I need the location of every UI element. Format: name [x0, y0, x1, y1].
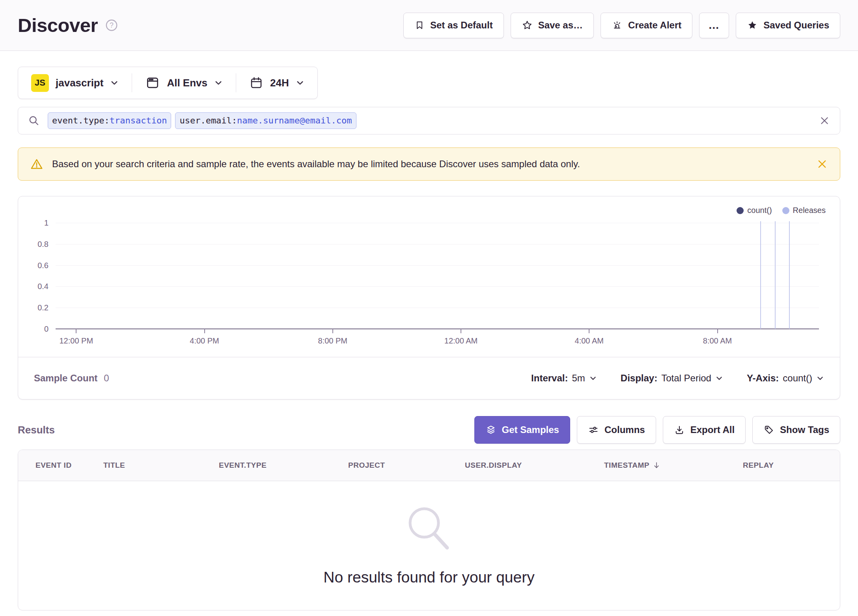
- environment-filter-label: All Envs: [167, 77, 207, 89]
- header-actions: Set as Default Save as… Create Alert … S…: [403, 13, 840, 38]
- calendar-icon: [249, 76, 263, 90]
- chevron-down-icon: [110, 78, 119, 87]
- stack-icon: [485, 424, 496, 435]
- svg-text:?: ?: [110, 21, 114, 29]
- column-header-event-id[interactable]: EVENT ID: [35, 461, 103, 470]
- dismiss-banner-icon[interactable]: [816, 158, 828, 170]
- column-header-project[interactable]: PROJECT: [348, 461, 465, 470]
- help-icon[interactable]: ?: [105, 19, 118, 32]
- events-chart: count() Releases 1 0.8 0.6 0.4 0.2 0: [18, 196, 840, 357]
- y-axis-dropdown[interactable]: Y-Axis: count(): [747, 373, 824, 384]
- empty-search-icon: [406, 506, 452, 552]
- date-range-filter-label: 24H: [270, 77, 289, 89]
- save-as-label: Save as…: [538, 20, 583, 31]
- export-all-label: Export All: [690, 424, 735, 435]
- search-token-value: transaction: [110, 116, 167, 125]
- display-label: Display:: [621, 373, 657, 384]
- display-value: Total Period: [661, 373, 711, 384]
- x-axis-tick-label: 4:00 AM: [575, 336, 604, 345]
- column-header-replay[interactable]: REPLAY: [743, 461, 840, 470]
- chart-footer: Sample Count 0 Interval: 5m Display: Tot…: [18, 357, 840, 399]
- top-bar: Discover ? Set as Default Save as… Creat…: [0, 0, 858, 51]
- release-marker-line[interactable]: [760, 221, 761, 329]
- interval-dropdown[interactable]: Interval: 5m: [531, 373, 597, 384]
- results-empty-state: No results found for your query: [18, 481, 840, 610]
- saved-queries-button[interactable]: Saved Queries: [736, 13, 840, 38]
- siren-icon: [612, 20, 623, 31]
- column-header-timestamp[interactable]: TIMESTAMP: [604, 461, 743, 470]
- x-axis-tick: [204, 329, 205, 333]
- gridline: [56, 286, 819, 287]
- more-options-button[interactable]: …: [699, 13, 729, 38]
- search-token-value: name.surname@email.com: [237, 116, 352, 125]
- warning-triangle-icon: [30, 157, 43, 171]
- set-as-default-button[interactable]: Set as Default: [403, 13, 504, 38]
- x-axis-tick: [717, 329, 718, 333]
- date-range-filter[interactable]: 24H: [236, 76, 317, 90]
- release-marker-line[interactable]: [775, 221, 776, 329]
- legend-item-count[interactable]: count(): [737, 206, 772, 215]
- results-table-header: EVENT ID TITLE EVENT.TYPE PROJECT USER.D…: [18, 450, 840, 481]
- export-all-button[interactable]: Export All: [663, 416, 746, 444]
- environment-filter[interactable]: All Envs: [132, 75, 236, 90]
- results-heading: Results: [18, 424, 55, 436]
- clear-search-icon[interactable]: [819, 115, 830, 126]
- bookmark-icon: [414, 20, 425, 30]
- search-token[interactable]: event.type:transaction: [48, 112, 171, 129]
- x-axis-tick: [332, 329, 333, 333]
- tag-icon: [763, 424, 774, 435]
- interval-value: 5m: [572, 373, 585, 384]
- show-tags-button[interactable]: Show Tags: [752, 416, 840, 444]
- chevron-down-icon: [816, 374, 824, 382]
- columns-label: Columns: [604, 424, 645, 435]
- column-header-user-display[interactable]: USER.DISPLAY: [465, 461, 604, 470]
- x-axis-tick-label: 8:00 PM: [318, 336, 347, 345]
- y-axis-value: count(): [783, 373, 812, 384]
- star-filled-icon: [747, 20, 758, 31]
- y-axis-tick-label: 0: [44, 325, 48, 334]
- search-query-input[interactable]: event.type:transaction user.email:name.s…: [48, 112, 811, 129]
- page-filter-bar: JS javascript All Envs 24H: [18, 67, 318, 99]
- gridline: [56, 244, 819, 245]
- gridline: [56, 308, 819, 308]
- download-icon: [674, 424, 685, 435]
- sliders-icon: [588, 424, 599, 435]
- y-axis-label: Y-Axis:: [747, 373, 779, 384]
- create-alert-button[interactable]: Create Alert: [601, 13, 692, 38]
- columns-button[interactable]: Columns: [577, 416, 656, 444]
- search-token[interactable]: user.email:name.surname@email.com: [175, 112, 356, 129]
- column-header-title[interactable]: TITLE: [103, 461, 219, 470]
- column-header-event-type[interactable]: EVENT.TYPE: [219, 461, 348, 470]
- search-bar[interactable]: event.type:transaction user.email:name.s…: [18, 107, 840, 134]
- legend-releases-label: Releases: [793, 206, 826, 215]
- window-icon: [145, 75, 160, 90]
- y-axis-tick-label: 0.6: [37, 261, 48, 270]
- ellipsis-icon: …: [708, 19, 720, 32]
- save-as-button[interactable]: Save as…: [511, 13, 594, 38]
- x-axis-tick: [589, 329, 589, 333]
- chart-plot-area: 1 0.8 0.6 0.4 0.2 0 12:00 PM 4:00 PM 8:0…: [56, 223, 819, 329]
- legend-item-releases[interactable]: Releases: [782, 206, 826, 215]
- chevron-down-icon: [214, 78, 223, 87]
- display-dropdown[interactable]: Display: Total Period: [621, 373, 723, 384]
- interval-label: Interval:: [531, 373, 568, 384]
- x-axis-tick: [76, 329, 76, 333]
- chevron-down-icon: [715, 374, 723, 382]
- events-chart-panel: count() Releases 1 0.8 0.6 0.4 0.2 0: [18, 196, 840, 399]
- x-axis-tick-label: 8:00 AM: [703, 336, 732, 345]
- y-axis-tick-label: 1: [44, 218, 48, 228]
- empty-state-message: No results found for your query: [323, 569, 534, 586]
- chevron-down-icon: [296, 78, 304, 87]
- x-axis-tick: [461, 329, 461, 333]
- show-tags-label: Show Tags: [780, 424, 829, 435]
- get-samples-button[interactable]: Get Samples: [474, 416, 570, 444]
- sort-desc-arrow-icon: [652, 461, 661, 470]
- count-series-dot-icon: [737, 207, 744, 214]
- get-samples-label: Get Samples: [502, 424, 559, 435]
- release-marker-line[interactable]: [789, 221, 790, 329]
- sample-count-value: 0: [104, 373, 109, 384]
- project-filter[interactable]: JS javascript: [18, 74, 132, 92]
- chevron-down-icon: [589, 374, 597, 382]
- saved-queries-label: Saved Queries: [763, 20, 829, 31]
- y-axis-tick-label: 0.8: [37, 239, 48, 248]
